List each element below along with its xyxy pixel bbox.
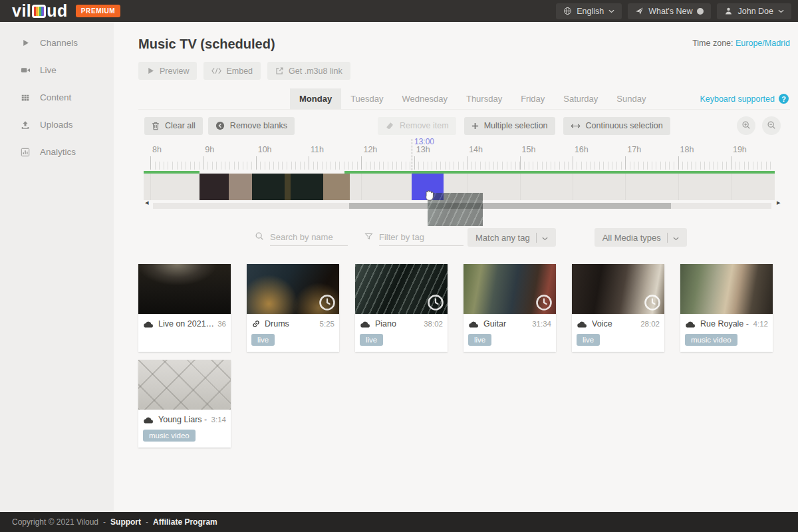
send-icon: [635, 7, 644, 15]
viloud-logo[interactable]: vil ud: [12, 1, 68, 21]
timeline-block[interactable]: [285, 174, 291, 200]
main-content: Music TV (scheduled) Time zone: Europe/M…: [114, 22, 798, 512]
cloud-icon: [685, 320, 696, 329]
video-card-drums[interactable]: Drums5:25live: [247, 264, 339, 352]
sidebar-item-uploads[interactable]: Uploads: [0, 113, 114, 136]
support-link[interactable]: Support: [110, 517, 141, 527]
zoom-in-button[interactable]: [737, 116, 755, 135]
timeline-hour-label: 11h: [311, 145, 324, 154]
timeline-block[interactable]: [229, 174, 252, 200]
language-label: English: [577, 7, 604, 16]
play-icon: [20, 39, 31, 47]
tv-icon: [32, 5, 46, 18]
video-card-young-liars[interactable]: Young Liars - …3:14music video: [138, 360, 231, 448]
timeline-hour-label: 18h: [680, 145, 694, 154]
scroll-left-arrow[interactable]: ◂: [145, 199, 149, 206]
remove-blanks-button[interactable]: Remove blanks: [208, 117, 295, 135]
zoom-out-button[interactable]: [762, 116, 781, 135]
tab-thursday[interactable]: Thursday: [457, 88, 511, 109]
video-card-live-on-2021[interactable]: Live on 2021…36: [138, 264, 231, 352]
video-thumbnail: [138, 360, 231, 410]
video-card-rue-royale[interactable]: Rue Royale - …4:12music video: [680, 264, 773, 352]
card-body: Rue Royale - …4:12music video: [680, 314, 773, 350]
tag-match-label: Match any tag: [475, 233, 530, 243]
user-name: John Doe: [737, 7, 773, 16]
language-selector[interactable]: English: [556, 3, 622, 19]
timezone: Time zone: Europe/Madrid: [692, 39, 790, 48]
card-body: Guitar31:34live: [464, 314, 556, 350]
video-tag-badge: live: [251, 334, 275, 346]
keyboard-supported-link[interactable]: Keyboard supported: [700, 94, 775, 104]
continuous-selection-button[interactable]: Continuous selection: [563, 117, 670, 135]
library-filters: Match any tag All Media types: [255, 228, 790, 247]
tab-saturday[interactable]: Saturday: [554, 88, 607, 109]
timezone-label: Time zone:: [692, 39, 733, 48]
current-time-label: 13:00: [414, 137, 434, 146]
tab-sunday[interactable]: Sunday: [607, 88, 655, 109]
grab-hand-cursor-icon: [423, 189, 436, 203]
video-card-piano[interactable]: Piano38:02live: [355, 264, 448, 352]
cloud-icon: [143, 320, 154, 329]
video-card-guitar[interactable]: Guitar31:34live: [464, 264, 556, 352]
timeline-scheduled-indicator: [344, 171, 775, 174]
whats-new-button[interactable]: What's New: [628, 3, 711, 19]
button-label: Get .m3u8 link: [289, 66, 342, 76]
day-tabs-row: MondayTuesdayWednesdayThursdayFridaySatu…: [138, 88, 790, 110]
tab-monday[interactable]: Monday: [290, 88, 341, 109]
tag-match-dropdown[interactable]: Match any tag: [467, 228, 556, 247]
sidebar-item-channels[interactable]: Channels: [0, 31, 114, 55]
sidebar-item-live[interactable]: Live: [0, 59, 114, 82]
whats-new-label: What's New: [648, 7, 692, 16]
play-icon: [146, 66, 155, 75]
timeline-ruler: 8h9h10h11h12h13h14h15h16h17h18h19h: [144, 143, 775, 170]
timezone-value-link[interactable]: Europe/Madrid: [735, 39, 790, 48]
filter-icon: [364, 231, 373, 243]
get-m3u8-link-button[interactable]: Get .m3u8 link: [267, 62, 350, 80]
timeline-block[interactable]: [200, 174, 229, 200]
topbar: vil ud PREMIUM English What's New John D…: [0, 0, 798, 22]
sidebar-item-analytics[interactable]: Analytics: [0, 140, 114, 164]
search-input[interactable]: [270, 229, 348, 246]
video-name: Drums: [265, 319, 316, 329]
tag-filter-input[interactable]: [379, 229, 464, 246]
sidebar-item-content[interactable]: Content: [0, 86, 114, 109]
scroll-right-arrow[interactable]: ▸: [777, 199, 781, 206]
tab-tuesday[interactable]: Tuesday: [341, 88, 392, 109]
question-icon[interactable]: ?: [779, 94, 789, 104]
video-tag-badge: music video: [685, 334, 737, 346]
copyright-text: Copyright © 2021 Viloud: [12, 517, 98, 527]
sidebar-item-label: Live: [40, 65, 57, 75]
timeline-scrollbar-thumb[interactable]: [349, 203, 671, 209]
affiliate-program-link[interactable]: Affiliate Program: [153, 517, 217, 527]
timeline-hour-label: 14h: [469, 145, 483, 154]
timeline-block[interactable]: [291, 174, 323, 200]
timeline-block[interactable]: [252, 174, 285, 200]
card-body: Drums5:25live: [247, 314, 339, 350]
video-tag-badge: live: [360, 334, 383, 346]
card-body: Young Liars - …3:14music video: [138, 410, 231, 446]
timeline-hour-label: 12h: [363, 145, 377, 154]
timeline-zoom-controls: [737, 116, 781, 135]
button-label: Remove blanks: [230, 121, 287, 130]
media-type-dropdown[interactable]: All Media types: [595, 228, 687, 247]
user-menu[interactable]: John Doe: [717, 3, 791, 19]
timeline-hour-label: 15h: [522, 145, 536, 154]
tab-wednesday[interactable]: Wednesday: [393, 88, 457, 109]
video-card-voice[interactable]: Voice28:02live: [572, 264, 664, 352]
embed-button[interactable]: Embed: [203, 62, 261, 80]
video-name: Live on 2021…: [158, 319, 213, 329]
video-thumbnail: [138, 264, 231, 314]
timeline-hour-label: 10h: [258, 145, 272, 154]
external-link-icon: [275, 66, 284, 75]
video-thumbnail: [247, 264, 339, 314]
clear-all-button[interactable]: Clear all: [144, 117, 203, 135]
video-thumbnail: [464, 264, 556, 314]
preview-button[interactable]: Preview: [138, 62, 197, 80]
tab-friday[interactable]: Friday: [511, 88, 554, 109]
video-name: Young Liars - …: [158, 415, 207, 424]
timeline-block[interactable]: [323, 174, 350, 200]
multiple-selection-button[interactable]: Multiple selection: [464, 117, 555, 135]
grid-icon: [20, 93, 31, 102]
keyboard-hint: Keyboard supported ?: [700, 94, 790, 104]
globe-icon: [563, 7, 572, 15]
